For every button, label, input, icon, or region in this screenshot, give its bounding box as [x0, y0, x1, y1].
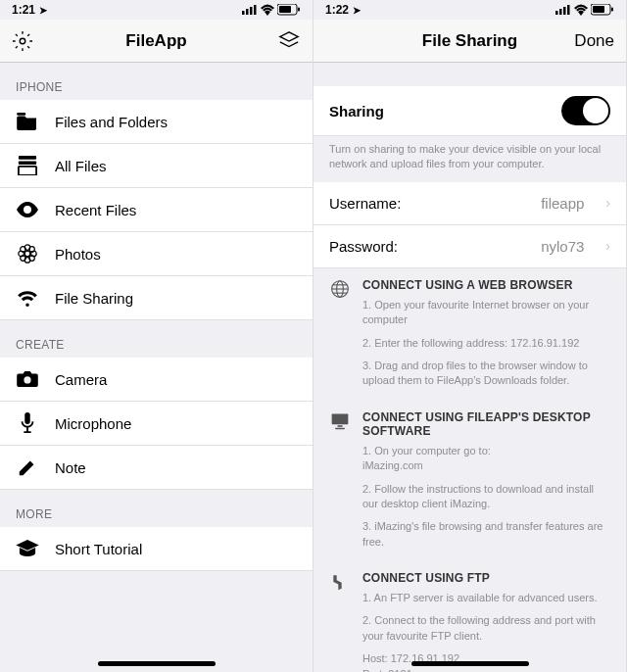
photos-icon	[16, 242, 39, 265]
sharing-hint: Turn on sharing to make your device visi…	[314, 136, 626, 182]
section-header-iphone: IPHONE	[0, 63, 313, 100]
svg-rect-12	[19, 167, 36, 175]
ftp-icon	[329, 571, 351, 593]
folder-icon	[16, 110, 39, 133]
instructions-desktop: CONNECT USING FILEAPP'S DESKTOP SOFTWARE…	[314, 401, 626, 561]
row-label: Files and Folders	[55, 114, 297, 130]
svg-rect-27	[567, 5, 570, 15]
signal-icon	[555, 5, 571, 15]
row-short-tutorial[interactable]: Short Tutorial	[0, 527, 313, 571]
layers-button[interactable]	[277, 30, 301, 52]
svg-rect-30	[611, 8, 613, 12]
row-all-files[interactable]: All Files	[0, 144, 313, 188]
status-time: 1:22	[325, 3, 349, 17]
sharing-label: Sharing	[329, 103, 546, 120]
screen-fileapp-main: 1:21 ➤ FileApp IPHONE	[0, 0, 314, 672]
row-recent-files[interactable]: Recent Files	[0, 188, 313, 232]
status-bar: 1:21 ➤	[0, 0, 313, 20]
row-file-sharing[interactable]: File Sharing	[0, 276, 313, 320]
inst-step: 2. Enter the following address: 172.16.9…	[362, 336, 610, 351]
home-indicator[interactable]	[411, 661, 529, 666]
graduation-icon	[16, 537, 39, 560]
done-button[interactable]: Done	[574, 31, 614, 51]
username-value: fileapp	[541, 195, 584, 212]
signal-icon	[242, 5, 258, 15]
svg-rect-23	[24, 412, 30, 424]
password-label: Password:	[329, 238, 525, 255]
inst-step: 1. An FTP server is available for advanc…	[362, 591, 610, 605]
wifi-icon	[16, 286, 39, 310]
svg-rect-9	[17, 113, 25, 116]
row-note[interactable]: Note	[0, 446, 313, 490]
svg-rect-36	[332, 413, 349, 424]
status-time: 1:21	[12, 3, 35, 17]
content-area: Sharing Turn on sharing to make your dev…	[314, 63, 626, 672]
inst-step: 1. Open your favourite Internet browser …	[362, 298, 610, 328]
chevron-icon: ›	[605, 238, 610, 254]
row-photos[interactable]: Photos	[0, 232, 313, 276]
row-label: Short Tutorial	[55, 541, 297, 557]
inst-step: 2. Follow the instructions to download a…	[362, 482, 610, 512]
inst-desktop-title: CONNECT USING FILEAPP'S DESKTOP SOFTWARE	[362, 410, 610, 438]
svg-rect-11	[19, 161, 36, 165]
svg-rect-29	[593, 6, 604, 13]
wifi-icon	[260, 4, 275, 16]
home-indicator[interactable]	[98, 661, 216, 666]
row-camera[interactable]: Camera	[0, 358, 313, 402]
password-value: nylo73	[541, 238, 584, 255]
svg-rect-25	[559, 9, 562, 15]
sharing-toggle[interactable]	[561, 96, 610, 125]
row-sharing-toggle[interactable]: Sharing	[314, 86, 626, 136]
svg-rect-26	[563, 7, 566, 15]
row-username[interactable]: Username: fileapp ›	[314, 182, 626, 225]
svg-point-13	[24, 251, 30, 257]
content-area: IPHONE Files and Folders All Files Recen…	[0, 63, 313, 672]
svg-rect-24	[555, 11, 558, 15]
svg-rect-1	[246, 9, 249, 15]
inst-step: 1. On your computer go to: iMazing.com	[362, 444, 610, 474]
files-stack-icon	[16, 154, 39, 177]
svg-rect-6	[298, 8, 300, 12]
microphone-icon	[16, 411, 39, 435]
row-password[interactable]: Password: nylo73 ›	[314, 225, 626, 268]
svg-rect-5	[279, 6, 291, 13]
location-icon: ➤	[353, 5, 361, 16]
location-icon: ➤	[39, 5, 47, 16]
screen-file-sharing: 1:22 ➤ File Sharing Done Sharing Turn on…	[314, 0, 627, 672]
row-label: Photos	[55, 246, 297, 263]
desktop-icon	[329, 410, 351, 432]
inst-step: 3. Drag and drop files to the browser wi…	[362, 359, 610, 389]
svg-point-22	[24, 376, 30, 383]
status-bar: 1:22 ➤	[314, 0, 626, 20]
svg-point-7	[20, 38, 25, 44]
svg-marker-8	[280, 31, 298, 40]
navbar: FileApp	[0, 20, 313, 63]
row-microphone[interactable]: Microphone	[0, 402, 313, 446]
wifi-icon	[573, 4, 589, 16]
row-label: Camera	[55, 371, 297, 388]
row-label: Note	[55, 459, 297, 476]
camera-icon	[16, 367, 39, 391]
inst-web-title: CONNECT USING A WEB BROWSER	[362, 278, 610, 292]
svg-rect-38	[335, 427, 345, 429]
svg-rect-37	[338, 425, 343, 427]
inst-step: 3. iMazing's file browsing and transfer …	[362, 519, 610, 550]
navbar: File Sharing Done	[314, 20, 626, 63]
svg-rect-2	[250, 7, 253, 15]
username-label: Username:	[329, 195, 525, 212]
inst-ftp-title: CONNECT USING FTP	[362, 571, 610, 585]
globe-icon	[329, 278, 351, 300]
inst-step: 2. Connect to the following address and …	[362, 613, 610, 644]
section-header-more: MORE	[0, 490, 313, 527]
instructions-ftp: CONNECT USING FTP 1. An FTP server is av…	[314, 561, 626, 672]
svg-rect-3	[254, 5, 257, 15]
page-title: FileApp	[0, 31, 313, 51]
svg-rect-0	[242, 11, 245, 15]
svg-rect-10	[19, 156, 36, 160]
row-label: Recent Files	[55, 202, 297, 218]
row-label: Microphone	[55, 415, 297, 432]
row-files-and-folders[interactable]: Files and Folders	[0, 100, 313, 144]
section-header-create: CREATE	[0, 320, 313, 358]
settings-button[interactable]	[12, 30, 33, 52]
chevron-icon: ›	[605, 195, 610, 211]
